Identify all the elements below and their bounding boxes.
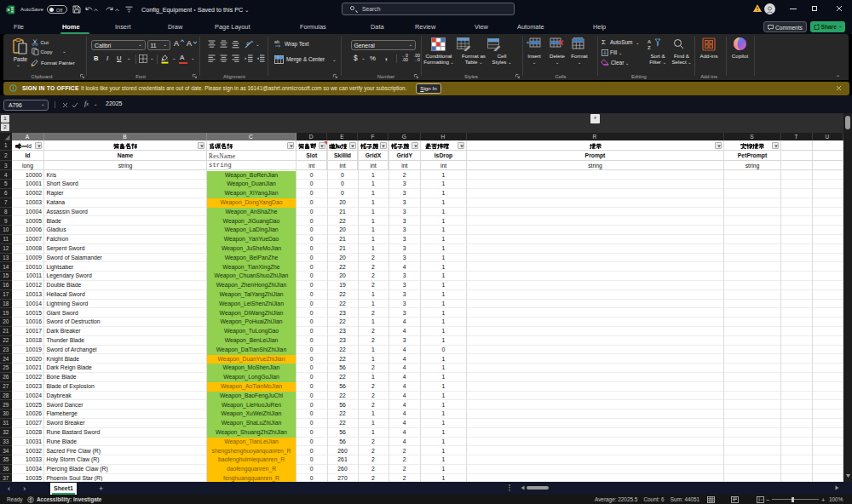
svg-text:Z: Z xyxy=(648,45,651,50)
svg-text:A: A xyxy=(648,39,651,44)
svg-text:ab: ab xyxy=(274,39,279,44)
